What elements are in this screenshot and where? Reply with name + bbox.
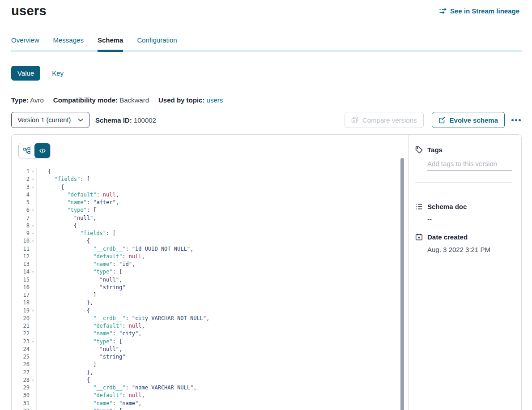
compare-versions-button[interactable]: Compare versions xyxy=(345,112,424,128)
code-line: 25 "string" xyxy=(12,353,402,361)
code-text: "null", xyxy=(36,214,402,222)
code-text: "name": "city", xyxy=(36,330,402,337)
evolve-schema-button[interactable]: Evolve schema xyxy=(432,112,505,128)
code-text: "type": [ xyxy=(36,206,402,214)
tab-underline-track xyxy=(11,50,522,52)
code-text: "name": "after", xyxy=(36,199,402,206)
fold-toggle-icon[interactable]: ▾ xyxy=(30,376,36,384)
date-created-heading: Date created xyxy=(427,233,468,241)
evolve-schema-label: Evolve schema xyxy=(450,116,498,124)
line-number: 7 xyxy=(12,214,30,222)
code-line: 24 "null", xyxy=(12,346,402,353)
line-number: 6 xyxy=(12,206,30,214)
schema-id-value: 100002 xyxy=(134,116,156,124)
fold-toggle-icon[interactable]: ▾ xyxy=(30,307,36,315)
code-line: 12 "default": null, xyxy=(12,253,402,261)
topic-link[interactable]: users xyxy=(207,96,223,104)
code-line: 13 "name": "id", xyxy=(12,261,402,268)
tags-input[interactable] xyxy=(427,159,512,171)
code-text: "name": "id", xyxy=(36,261,402,268)
date-created-value: Aug. 3 2022 3:21 PM xyxy=(427,246,512,253)
chevron-down-icon xyxy=(78,118,83,122)
code-text: "null", xyxy=(36,346,402,353)
schema-id-label: Schema ID: xyxy=(95,116,132,124)
fold-toggle-icon[interactable]: ▾ xyxy=(30,206,36,214)
line-number: 9 xyxy=(12,230,30,237)
code-text: "default": null, xyxy=(36,322,402,330)
tab-configuration[interactable]: Configuration xyxy=(137,36,177,50)
tab-messages[interactable]: Messages xyxy=(53,36,84,50)
schema-panel: 1▾{2▾ "fields": [3▾ {4 "default": null,5… xyxy=(11,134,522,410)
fold-toggle-icon[interactable]: ▾ xyxy=(30,407,36,410)
schema-doc-value: -- xyxy=(427,215,512,223)
code-text: "string" xyxy=(36,353,402,361)
code-line: 14▾ "type": [ xyxy=(12,268,402,276)
code-line: 2▾ "fields": [ xyxy=(12,175,402,183)
more-options-button[interactable] xyxy=(511,116,522,124)
stream-lineage-link[interactable]: See in Stream lineage xyxy=(439,7,519,15)
fold-toggle-icon[interactable]: ▾ xyxy=(30,237,36,245)
key-tab-button[interactable]: Key xyxy=(52,69,64,77)
code-text: "fields": [ xyxy=(36,175,402,183)
fold-toggle-icon[interactable]: ▾ xyxy=(30,175,36,183)
fold-toggle-icon[interactable]: ▾ xyxy=(30,230,36,237)
code-text: "string" xyxy=(36,284,402,291)
date-created-section: Date created Aug. 3 2022 3:21 PM xyxy=(415,233,512,253)
version-select-value: Version 1 (current) xyxy=(17,116,71,124)
fold-toggle-icon[interactable]: ▾ xyxy=(30,168,36,175)
line-number: 4 xyxy=(12,191,30,199)
compatibility-value: Backward xyxy=(119,96,149,104)
code-line: 11 "__crdb__": "id UUID NOT NULL", xyxy=(12,245,402,253)
value-tab-button[interactable]: Value xyxy=(11,66,40,81)
code-text: ] xyxy=(36,291,402,299)
code-text: { xyxy=(36,237,402,245)
line-number: 1 xyxy=(12,168,30,175)
code-line: 3▾ { xyxy=(12,184,402,191)
code-view-icon xyxy=(39,147,46,154)
tab-overview[interactable]: Overview xyxy=(11,36,39,50)
calendar-icon xyxy=(415,233,423,241)
value-key-toggle: Value Key xyxy=(11,66,521,81)
code-text: }, xyxy=(36,299,402,307)
code-text: { xyxy=(36,376,402,384)
code-line: 17 ] xyxy=(12,291,402,299)
type-meta: Type: Avro xyxy=(11,96,44,104)
edit-icon xyxy=(438,116,446,124)
line-number: 20 xyxy=(12,315,30,322)
editor-view-toggle xyxy=(18,143,51,158)
code-text: { xyxy=(36,168,402,175)
line-number: 8 xyxy=(12,222,30,230)
fold-toggle-icon[interactable]: ▾ xyxy=(30,184,36,191)
fold-toggle-icon[interactable]: ▾ xyxy=(30,222,36,230)
editor-scrollbar[interactable] xyxy=(400,158,404,410)
line-number: 2 xyxy=(12,175,30,183)
code-line: 5 "name": "after", xyxy=(12,199,402,206)
fold-toggle-icon[interactable]: ▾ xyxy=(30,338,36,346)
fold-toggle-icon[interactable]: ▾ xyxy=(30,268,36,276)
schema-id: Schema ID: 100002 xyxy=(95,116,156,124)
compare-versions-icon xyxy=(351,116,358,124)
page-header: users See in Stream lineage xyxy=(0,0,532,18)
code-view-button[interactable] xyxy=(34,143,50,158)
tab-schema[interactable]: Schema xyxy=(98,36,123,50)
code-line: 4 "default": null, xyxy=(12,191,402,199)
line-number: 16 xyxy=(12,284,30,291)
schema-code-pane: 1▾{2▾ "fields": [3▾ {4 "default": null,5… xyxy=(12,135,409,410)
code-text: { xyxy=(36,222,402,230)
version-select[interactable]: Version 1 (current) xyxy=(11,112,89,128)
code-text: "type": [ xyxy=(36,268,402,276)
line-number: 28 xyxy=(12,376,30,384)
schema-doc-section: Schema doc -- xyxy=(415,203,512,223)
code-line: 31 "name": "name", xyxy=(12,400,402,407)
tree-view-button[interactable] xyxy=(19,143,34,158)
line-number: 18 xyxy=(12,299,30,307)
code-text: "default": null, xyxy=(36,392,402,399)
line-number: 10 xyxy=(12,237,30,245)
code-text: "fields": [ xyxy=(36,230,402,237)
code-text: "type": [ xyxy=(36,338,402,346)
compatibility-meta: Compatibility mode: Backward xyxy=(53,96,149,104)
code-line: 10▾ { xyxy=(12,237,402,245)
code-text: { xyxy=(36,307,402,315)
line-number: 29 xyxy=(12,384,30,392)
line-number: 26 xyxy=(12,361,30,368)
